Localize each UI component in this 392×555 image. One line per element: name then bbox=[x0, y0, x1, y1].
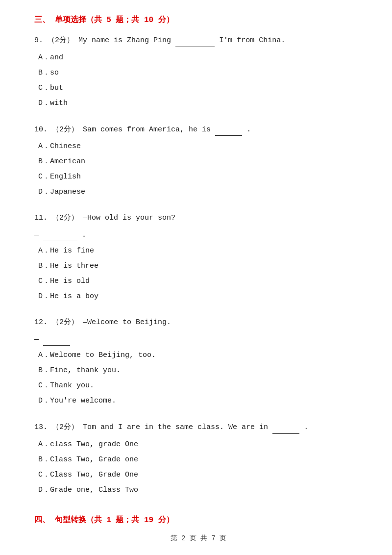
q12-optionA: A．Welcome to Beijing, too. bbox=[34, 349, 363, 362]
q9-optionA: A．and bbox=[34, 51, 363, 64]
q9-text: My name is Zhang Ping bbox=[78, 36, 175, 45]
q9-optionB: B．so bbox=[34, 66, 363, 79]
section3: 三、 单项选择（共 5 题；共 10 分） 9. （2分） My name is… bbox=[34, 15, 363, 497]
q9-text-after: I'm from China. bbox=[219, 36, 285, 45]
q10-text: Sam comes from America, he is bbox=[83, 126, 215, 134]
q10-optionD: D．Japanese bbox=[34, 185, 363, 199]
q11-blank bbox=[43, 228, 77, 242]
q13-optionB: B．Class Two, Grade one bbox=[34, 453, 363, 466]
q12-sub-dash: — bbox=[34, 335, 39, 344]
q9-optionC: C．but bbox=[34, 81, 363, 95]
q13-number: 13. bbox=[34, 423, 48, 431]
q12-score: （2分） bbox=[52, 318, 78, 327]
section4-title: 四、 句型转换（共 1 题；共 19 分） bbox=[34, 515, 363, 525]
q11-optionC: C．He is old bbox=[34, 275, 363, 288]
q10-optionC: C．English bbox=[34, 170, 363, 183]
q12-optionD: D．You're welcome. bbox=[34, 394, 363, 407]
q12-text: —Welcome to Beijing. bbox=[83, 318, 171, 327]
q11-number: 11. bbox=[34, 214, 48, 222]
q10-blank bbox=[215, 123, 242, 136]
q10-text-after: . bbox=[246, 126, 251, 134]
q10-number: 10. bbox=[34, 126, 48, 134]
question-9: 9. （2分） My name is Zhang Ping I'm from C… bbox=[34, 34, 363, 110]
q11-score: （2分） bbox=[52, 214, 78, 222]
q9-optionD: D．with bbox=[34, 97, 363, 110]
q11-text-after: . bbox=[82, 231, 86, 239]
q10-score: （2分） bbox=[52, 126, 78, 134]
question-11: 11. （2分） —How old is your son? — . A．He … bbox=[34, 212, 363, 303]
q13-text-after: . bbox=[304, 423, 308, 431]
section3-title: 三、 单项选择（共 5 题；共 10 分） bbox=[34, 15, 363, 25]
q11-optionD: D．He is a boy bbox=[34, 290, 363, 303]
q10-optionB: B．American bbox=[34, 155, 363, 168]
question-12: 12. （2分） —Welcome to Beijing. — A．Welcom… bbox=[34, 316, 363, 407]
q10-optionA: A．Chinese bbox=[34, 140, 363, 153]
q13-blank bbox=[272, 421, 299, 434]
question-13: 13. （2分） Tom and I are in the same class… bbox=[34, 421, 363, 497]
q12-number: 12. bbox=[34, 318, 48, 327]
q9-number: 9. bbox=[34, 36, 43, 45]
page-footer: 第 2 页 共 7 页 bbox=[34, 534, 363, 543]
q11-sub-dash: — bbox=[34, 231, 39, 239]
q13-optionD: D．Grade one, Class Two bbox=[34, 483, 363, 497]
q11-text: —How old is your son? bbox=[83, 214, 175, 222]
q9-blank bbox=[175, 34, 215, 47]
question-10: 10. （2分） Sam comes from America, he is .… bbox=[34, 123, 363, 199]
q12-blank bbox=[43, 333, 70, 346]
q13-text: Tom and I are in the same class. We are … bbox=[83, 423, 272, 431]
q12-optionC: C．Thank you. bbox=[34, 379, 363, 392]
q12-optionB: B．Fine, thank you. bbox=[34, 364, 363, 377]
q13-optionC: C．Class Two, Grade One bbox=[34, 468, 363, 481]
q11-optionB: B．He is three bbox=[34, 259, 363, 273]
q9-score: （2分） bbox=[48, 36, 74, 45]
q13-score: （2分） bbox=[52, 423, 78, 431]
q13-optionA: A．class Two, grade One bbox=[34, 438, 363, 451]
q11-optionA: A．He is fine bbox=[34, 244, 363, 257]
